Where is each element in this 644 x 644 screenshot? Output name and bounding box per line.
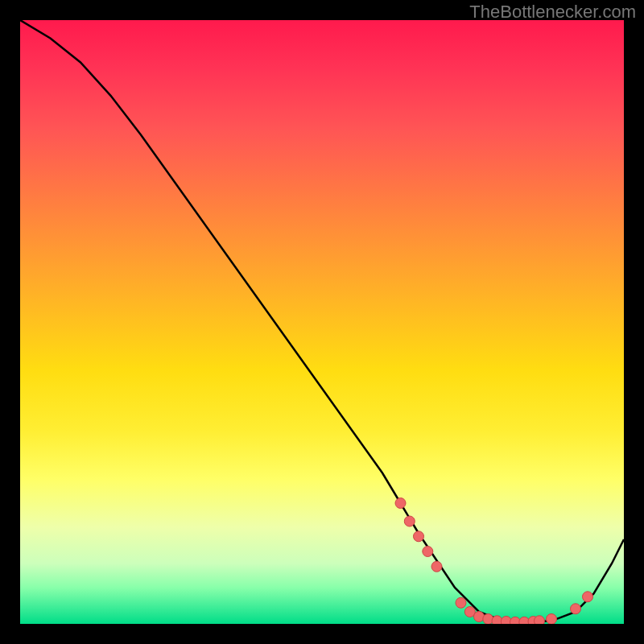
data-point xyxy=(404,516,415,526)
chart-svg xyxy=(20,20,624,624)
data-point xyxy=(571,604,581,614)
data-points-group xyxy=(395,498,593,625)
data-point xyxy=(431,561,442,572)
attribution-text: TheBottlenecker.com xyxy=(469,2,636,23)
data-point xyxy=(456,597,466,608)
data-point xyxy=(395,498,406,509)
data-point xyxy=(414,531,424,542)
chart-plot-area xyxy=(20,20,624,624)
data-point xyxy=(547,614,557,625)
data-point xyxy=(535,616,545,624)
data-point xyxy=(583,592,593,602)
data-point xyxy=(423,547,433,557)
curve-line xyxy=(20,20,624,622)
